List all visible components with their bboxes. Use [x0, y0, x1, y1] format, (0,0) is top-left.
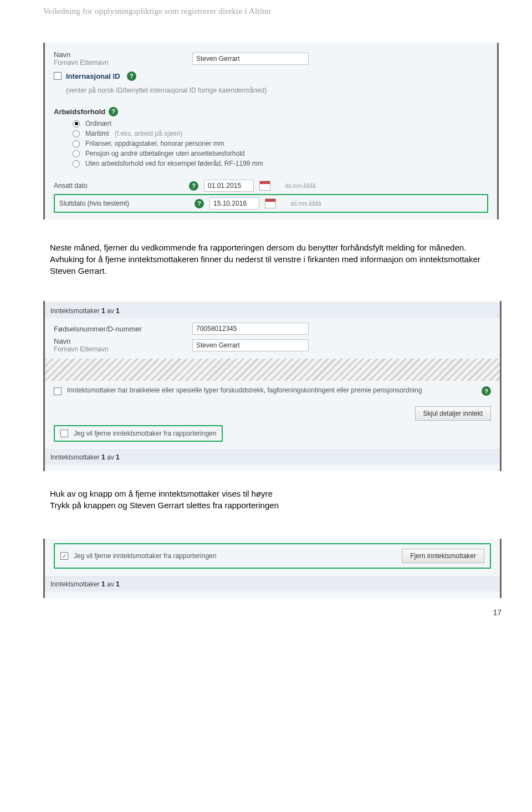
radio-maritimt[interactable]: [73, 130, 80, 137]
intl-id-hint: (venter på norsk ID/benyttet internasjon…: [66, 86, 267, 94]
navn-label: Navn: [54, 337, 192, 345]
paragraph: Avhuking for å fjerne inntektsmottakeren…: [50, 253, 488, 277]
fjern-checkbox-checked[interactable]: [60, 552, 68, 560]
skjul-detaljer-button[interactable]: Skjul detaljer inntekt: [415, 406, 491, 421]
sluttdato-highlight: Sluttdato (hvis bestemt) ? dd.mm.åååå: [54, 194, 488, 213]
radio-label: Ordinært: [85, 120, 111, 127]
radio-label: Frilanser, oppdragstaker, honorar person…: [85, 140, 224, 147]
counter-b: 1: [116, 307, 120, 315]
counter-a: 1: [101, 580, 105, 588]
ansatt-dato-input[interactable]: [204, 180, 254, 192]
navn-label: Navn: [54, 50, 192, 59]
page-header: Veiledning for opplysningspliktige som r…: [0, 0, 532, 16]
paragraph: Huk av og knapp om å fjerne inntektsmott…: [50, 488, 488, 499]
page-number: 17: [0, 598, 532, 628]
counter-mid: av: [105, 307, 116, 315]
fjern-highlight: Jeg vil fjerne inntektsmottaker fra rapp…: [54, 425, 223, 442]
paragraph: Trykk på knappen og Steven Gerrart slett…: [50, 499, 488, 511]
intl-id-label: Internasjonal ID: [66, 72, 120, 80]
panel-arbeidsforhold: Navn Fornavn Etternavn Internasjonal ID …: [43, 43, 499, 219]
radio-uten[interactable]: [73, 160, 80, 167]
counter-a: 1: [101, 453, 105, 461]
date-format-hint: dd.mm.åååå: [285, 183, 316, 189]
counter-prefix: Inntektsmottaker: [50, 580, 101, 588]
radio-label: Maritimt: [85, 130, 109, 137]
calendar-icon[interactable]: [265, 198, 276, 208]
redacted-area: [45, 359, 500, 381]
radio-hint: (f.eks. arbeid på sjøen): [115, 130, 183, 137]
fjern-highlight-row: Jeg vil fjerne inntektsmottaker fra rapp…: [54, 543, 491, 569]
paragraph: Neste måned, fjerner du vedkommende fra …: [50, 242, 488, 253]
counter-mid: av: [105, 453, 116, 461]
intl-id-checkbox[interactable]: [54, 72, 62, 80]
fjern-inntektsmottaker-button[interactable]: Fjern inntektsmottaker: [402, 549, 484, 563]
date-format-hint: dd.mm.åååå: [290, 201, 321, 207]
fnr-input[interactable]: [192, 323, 309, 335]
counter-prefix: Inntektsmottaker: [50, 307, 101, 315]
brakkeleie-checkbox[interactable]: [54, 387, 62, 395]
calendar-icon[interactable]: [259, 181, 270, 191]
arbeidsforhold-label: Arbeidsforhold: [54, 108, 105, 116]
fjern-checkbox[interactable]: [60, 430, 68, 437]
counter-a: 1: [101, 307, 105, 315]
counter-mid: av: [105, 580, 116, 588]
fjern-label: Jeg vil fjerne inntektsmottaker fra rapp…: [74, 430, 216, 437]
navn-input[interactable]: [192, 53, 309, 65]
navn-sub: Fornavn Etternavn: [54, 345, 192, 353]
navn-input[interactable]: [192, 339, 309, 351]
help-icon[interactable]: ?: [195, 199, 204, 208]
counter-b: 1: [116, 453, 120, 461]
help-icon[interactable]: ?: [482, 386, 491, 396]
radio-ordinaert[interactable]: [73, 120, 80, 127]
fnr-label: Fødselsnummer/D-nummer: [54, 325, 192, 333]
help-icon[interactable]: ?: [109, 107, 118, 116]
panel-fjern-bekreft: Jeg vil fjerne inntektsmottaker fra rapp…: [43, 539, 502, 598]
sluttdato-input[interactable]: [209, 197, 259, 210]
radio-frilanser[interactable]: [73, 140, 80, 147]
fjern-label: Jeg vil fjerne inntektsmottaker fra rapp…: [74, 552, 216, 560]
radio-pensjon[interactable]: [73, 150, 80, 157]
radio-label: Pensjon og andre utbetalinger uten anset…: [85, 150, 245, 157]
help-icon[interactable]: ?: [189, 181, 198, 191]
ansatt-dato-label: Ansatt dato: [54, 182, 88, 190]
radio-label: Uten arbeidsforhold ved for eksempel fød…: [85, 160, 263, 167]
navn-sub: Fornavn Etternavn: [54, 59, 192, 67]
panel-inntektsmottaker: Inntektsmottaker 1 av 1 Fødselsnummer/D-…: [43, 301, 502, 471]
sluttdato-label: Sluttdato (hvis bestemt): [59, 200, 129, 207]
brakkeleie-label: Inntektsmottaker har brakkeleie eller sp…: [67, 386, 474, 394]
counter-prefix: Inntektsmottaker: [50, 453, 101, 461]
help-icon[interactable]: ?: [127, 72, 136, 81]
counter-b: 1: [116, 580, 120, 588]
